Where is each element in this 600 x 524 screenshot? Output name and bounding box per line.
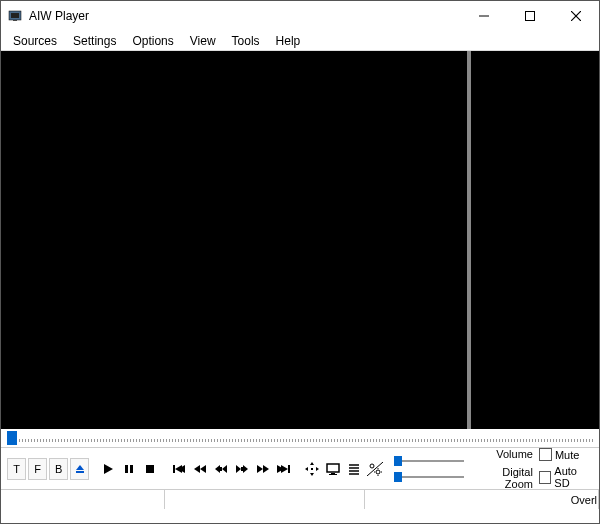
seek-track (7, 439, 593, 442)
brightness-icon[interactable] (366, 458, 385, 480)
rewind-button[interactable] (190, 458, 209, 480)
svg-marker-20 (222, 465, 227, 473)
svg-marker-30 (310, 473, 314, 476)
menu-tools[interactable]: Tools (224, 32, 268, 50)
step-back-button[interactable] (211, 458, 230, 480)
svg-marker-18 (215, 465, 220, 473)
svg-marker-23 (243, 465, 248, 473)
svg-point-41 (370, 464, 374, 468)
svg-rect-8 (76, 471, 84, 473)
svg-marker-7 (76, 465, 84, 470)
auto-sd-checkbox[interactable] (539, 471, 551, 484)
svg-rect-10 (125, 465, 128, 473)
menu-sources[interactable]: Sources (5, 32, 65, 50)
svg-point-43 (376, 470, 380, 474)
window-controls (461, 1, 599, 31)
b-button[interactable]: B (49, 458, 68, 480)
auto-sd-label: Auto SD (554, 465, 593, 489)
window-title: AIW Player (29, 9, 461, 23)
svg-marker-31 (305, 467, 308, 471)
volume-slider[interactable] (394, 457, 464, 465)
svg-marker-27 (281, 465, 288, 473)
maximize-button[interactable] (507, 1, 553, 31)
close-button[interactable] (553, 1, 599, 31)
menu-settings[interactable]: Settings (65, 32, 124, 50)
slider-labels: Volume Digital Zoom (474, 448, 533, 490)
panel-divider[interactable] (467, 51, 471, 429)
list-icon[interactable] (345, 458, 364, 480)
svg-marker-17 (200, 465, 206, 473)
move-icon[interactable] (303, 458, 322, 480)
svg-marker-21 (236, 465, 241, 473)
volume-thumb[interactable] (394, 456, 402, 466)
sliders-group (394, 457, 464, 481)
svg-marker-9 (104, 464, 113, 474)
step-forward-button[interactable] (232, 458, 251, 480)
monitor-icon[interactable] (324, 458, 343, 480)
status-cell-1 (1, 490, 165, 509)
menu-help[interactable]: Help (268, 32, 309, 50)
svg-marker-32 (316, 467, 319, 471)
svg-rect-22 (241, 467, 243, 471)
svg-marker-24 (257, 465, 263, 473)
seek-thumb[interactable] (7, 431, 17, 445)
svg-rect-33 (311, 468, 313, 470)
mute-label: Mute (555, 449, 579, 461)
volume-label: Volume (474, 448, 533, 460)
minimize-button[interactable] (461, 1, 507, 31)
status-cell-2 (165, 490, 365, 509)
menu-view[interactable]: View (182, 32, 224, 50)
svg-rect-13 (173, 465, 175, 473)
titlebar: AIW Player (1, 1, 599, 31)
svg-marker-29 (310, 462, 314, 465)
svg-marker-25 (263, 465, 269, 473)
skip-forward-button[interactable] (274, 458, 293, 480)
checkbox-group: Mute Auto SD (539, 448, 593, 489)
zoom-slider[interactable] (394, 473, 464, 481)
svg-rect-12 (146, 465, 154, 473)
menu-options[interactable]: Options (124, 32, 181, 50)
mute-checkbox[interactable] (539, 448, 552, 461)
f-button[interactable]: F (28, 458, 47, 480)
svg-rect-2 (13, 20, 17, 21)
zoom-label: Digital Zoom (474, 466, 533, 490)
status-cell-3 (365, 490, 599, 509)
eject-button[interactable] (70, 458, 89, 480)
stop-button[interactable] (141, 458, 160, 480)
svg-rect-19 (220, 467, 222, 471)
pause-button[interactable] (120, 458, 139, 480)
svg-marker-16 (194, 465, 200, 473)
svg-rect-4 (526, 12, 535, 21)
control-bar: T F B Volume Digital Zoom Mute (1, 447, 599, 489)
svg-rect-1 (11, 13, 19, 18)
zoom-thumb[interactable] (394, 472, 402, 482)
svg-rect-11 (130, 465, 133, 473)
status-bar: Overl (1, 489, 599, 509)
svg-rect-34 (327, 464, 339, 472)
app-icon (7, 8, 23, 24)
svg-rect-28 (288, 465, 290, 473)
status-overlay-mode: Overl (571, 494, 597, 506)
seek-bar[interactable] (1, 429, 599, 447)
video-display-area (1, 51, 599, 429)
t-button[interactable]: T (7, 458, 26, 480)
menubar: Sources Settings Options View Tools Help (1, 31, 599, 51)
skip-back-button[interactable] (169, 458, 188, 480)
svg-rect-35 (331, 473, 335, 474)
play-button[interactable] (99, 458, 118, 480)
fast-forward-button[interactable] (253, 458, 272, 480)
svg-line-42 (367, 462, 383, 476)
svg-rect-36 (329, 474, 337, 475)
